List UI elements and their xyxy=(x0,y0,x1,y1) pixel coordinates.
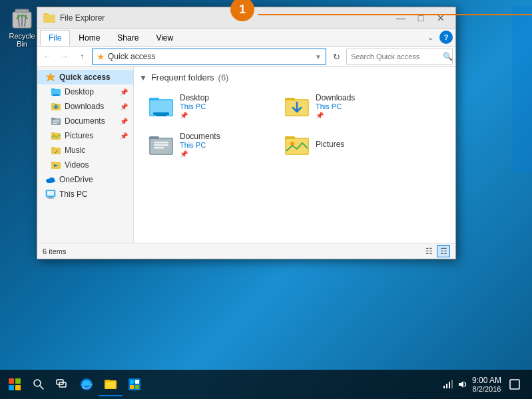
ribbon: File Home Share View ⌄ ? xyxy=(37,29,455,47)
ribbon-help-button[interactable]: ? xyxy=(439,31,453,44)
annotation-arrow xyxy=(258,14,532,15)
task-view-button[interactable] xyxy=(51,372,75,396)
svg-rect-23 xyxy=(51,162,55,164)
tab-home[interactable]: Home xyxy=(70,30,109,46)
folder-desktop-name: Desktop xyxy=(180,93,209,102)
volume-tray-icon[interactable] xyxy=(457,379,468,390)
quick-access-star-icon: ★ xyxy=(97,51,105,62)
folder-item-downloads[interactable]: Downloads This PC 📌 xyxy=(278,88,411,124)
network-icon xyxy=(443,379,453,390)
folder-item-documents[interactable]: Documents This PC 📌 xyxy=(142,126,275,162)
system-tray: 9:00 AM 8/2/2016 xyxy=(437,372,529,396)
svg-rect-15 xyxy=(53,123,57,124)
tab-file[interactable]: File xyxy=(40,30,70,46)
close-button[interactable]: ✕ xyxy=(431,11,450,25)
start-button[interactable] xyxy=(3,372,27,396)
search-box[interactable]: 🔍 xyxy=(346,49,453,65)
address-dropdown-icon: ▼ xyxy=(315,53,322,61)
section-count: (6) xyxy=(218,72,229,82)
folder-desktop-pin: 📌 xyxy=(180,112,209,119)
store-button[interactable] xyxy=(123,372,146,396)
svg-rect-48 xyxy=(9,378,14,384)
sidebar-item-pictures[interactable]: Pictures 📌 xyxy=(37,128,133,143)
items-count: 6 items xyxy=(43,247,66,255)
recycle-bin-icon[interactable]: Recycle Bin xyxy=(5,7,39,48)
large-icons-view-button[interactable]: ☶ xyxy=(437,245,450,257)
folder-pictures-svg-icon xyxy=(284,131,310,158)
sidebar-item-onedrive[interactable]: OneDrive xyxy=(37,172,133,187)
svg-rect-61 xyxy=(130,380,134,384)
folder-item-pictures[interactable]: Pictures xyxy=(278,126,411,162)
sidebar-item-this-pc[interactable]: This PC xyxy=(37,187,133,201)
folder-documents-pin: 📌 xyxy=(180,150,220,158)
svg-rect-13 xyxy=(53,120,59,121)
sidebar-item-music[interactable]: ♪ Music xyxy=(37,143,133,158)
sidebar-item-documents[interactable]: Documents 📌 xyxy=(37,114,133,128)
svg-rect-70 xyxy=(510,380,519,389)
svg-rect-41 xyxy=(154,142,168,144)
svg-rect-50 xyxy=(9,385,14,390)
folder-grid: Desktop This PC 📌 xyxy=(139,88,450,162)
svg-rect-26 xyxy=(47,191,54,196)
up-button[interactable]: ↑ xyxy=(75,49,89,64)
desktop-folder-icon xyxy=(51,86,61,97)
svg-rect-64 xyxy=(135,385,139,389)
forward-button[interactable]: → xyxy=(57,49,72,64)
svg-rect-46 xyxy=(286,139,308,154)
tab-share[interactable]: Share xyxy=(109,30,147,46)
downloads-folder-icon xyxy=(51,101,61,112)
minimize-button[interactable]: — xyxy=(392,11,410,25)
file-explorer-taskbar-button[interactable] xyxy=(99,372,123,396)
sidebar-label-quick-access: Quick access xyxy=(59,72,111,82)
details-view-button[interactable]: ☷ xyxy=(422,245,435,257)
volume-icon xyxy=(457,379,468,390)
address-box[interactable]: ★ Quick access ▼ xyxy=(92,49,326,65)
search-icon[interactable]: 🔍 xyxy=(443,52,453,61)
file-explorer-window: 1 File Explorer — □ ✕ File Hom xyxy=(37,7,456,259)
videos-folder-icon xyxy=(51,160,61,170)
documents-pin-icon: 📌 xyxy=(120,118,128,125)
sidebar-item-quick-access[interactable]: Quick access xyxy=(37,70,133,84)
folder-documents-name: Documents xyxy=(180,132,220,141)
pictures-pin-icon: 📌 xyxy=(120,132,128,140)
svg-rect-32 xyxy=(153,112,169,115)
window-icon xyxy=(43,11,56,25)
maximize-button[interactable]: □ xyxy=(411,11,430,25)
notification-button[interactable] xyxy=(505,372,524,396)
back-button[interactable]: ← xyxy=(40,49,55,64)
address-text: Quick access xyxy=(108,52,312,61)
svg-rect-14 xyxy=(53,122,59,123)
svg-rect-1 xyxy=(15,9,29,13)
svg-rect-40 xyxy=(150,139,172,154)
sidebar-item-downloads[interactable]: Downloads 📌 xyxy=(37,99,133,114)
folder-desktop-info: Desktop This PC 📌 xyxy=(180,93,209,119)
tab-view[interactable]: View xyxy=(147,30,182,46)
main-area: Quick access Desktop 📌 xyxy=(37,67,455,243)
svg-rect-33 xyxy=(156,115,166,116)
recycle-bin-label: Recycle Bin xyxy=(5,32,39,48)
window-controls: — □ ✕ xyxy=(392,11,450,25)
search-input[interactable] xyxy=(351,53,443,61)
sidebar-item-videos[interactable]: Videos xyxy=(37,158,133,172)
ribbon-expand-button[interactable]: ⌄ xyxy=(423,31,437,44)
network-tray-icon[interactable] xyxy=(443,379,453,390)
sidebar-item-desktop[interactable]: Desktop 📌 xyxy=(37,84,133,99)
view-buttons: ☷ ☶ xyxy=(422,245,450,257)
folder-desktop-path: This PC xyxy=(180,102,209,110)
refresh-button[interactable]: ↻ xyxy=(329,49,344,64)
svg-rect-49 xyxy=(15,378,21,384)
svg-rect-43 xyxy=(154,147,164,149)
folder-downloads-pin: 📌 xyxy=(316,112,355,119)
svg-marker-5 xyxy=(46,73,55,81)
start-icon xyxy=(8,378,21,391)
clock[interactable]: 9:00 AM 8/2/2016 xyxy=(472,376,501,393)
svg-rect-4 xyxy=(43,15,55,22)
file-explorer-taskbar-icon xyxy=(103,376,118,391)
edge-button[interactable] xyxy=(75,372,99,396)
svg-rect-68 xyxy=(451,380,453,388)
sidebar-label-pictures: Pictures xyxy=(65,131,93,140)
clock-date: 8/2/2016 xyxy=(472,385,501,393)
music-folder-icon: ♪ xyxy=(51,145,61,156)
folder-item-desktop[interactable]: Desktop This PC 📌 xyxy=(142,88,275,124)
search-button[interactable] xyxy=(27,372,51,396)
